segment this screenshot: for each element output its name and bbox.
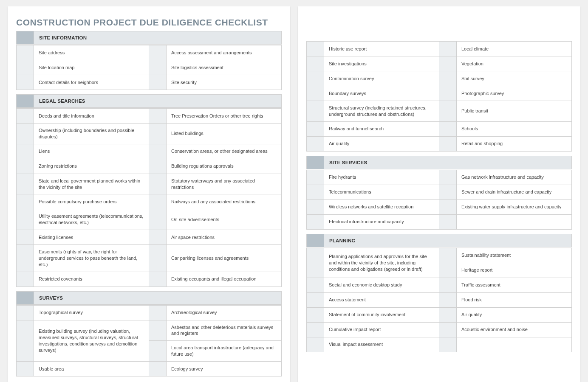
- checklist-label: Deeds and title information: [34, 109, 149, 123]
- checkbox-cell[interactable]: [307, 122, 324, 136]
- checkbox-cell[interactable]: [149, 144, 167, 159]
- checkbox-cell[interactable]: [307, 293, 324, 307]
- checkbox-cell[interactable]: [439, 278, 457, 292]
- checkbox-cell[interactable]: [17, 245, 34, 272]
- checkbox-cell[interactable]: [17, 362, 34, 376]
- checkbox-cell[interactable]: [439, 86, 457, 101]
- checklist-cell-left: Site address: [17, 45, 149, 60]
- checkbox-cell[interactable]: [307, 86, 324, 101]
- header-mark: [17, 95, 34, 107]
- checkbox-cell[interactable]: [439, 71, 457, 86]
- checkbox-cell[interactable]: [149, 209, 167, 230]
- checkbox-cell[interactable]: [439, 137, 457, 151]
- checkbox-cell[interactable]: [439, 170, 457, 185]
- checkbox-cell[interactable]: [17, 272, 34, 286]
- checkbox-cell[interactable]: [149, 230, 167, 244]
- checkbox-cell[interactable]: [307, 248, 324, 278]
- checkbox-cell[interactable]: [439, 185, 457, 199]
- checkbox-cell[interactable]: [17, 75, 34, 90]
- checkbox-cell[interactable]: [149, 174, 167, 194]
- section-site-services: SITE SERVICES Fire hydrants Gas network …: [306, 156, 572, 230]
- checkbox-cell[interactable]: [439, 101, 457, 121]
- checkbox-cell[interactable]: [307, 71, 324, 86]
- checkbox-cell[interactable]: [307, 215, 324, 229]
- checkbox-cell[interactable]: [17, 159, 34, 174]
- checkbox-cell[interactable]: [307, 170, 324, 185]
- checkbox-cell[interactable]: [307, 200, 324, 214]
- checkbox-cell[interactable]: [17, 45, 34, 60]
- checkbox-cell[interactable]: [149, 362, 167, 376]
- checklist-cell-right: On-site advertisements: [149, 209, 281, 230]
- checklist-label: Photographic survey: [457, 86, 571, 101]
- checklist-cell-left: Zoning restrictions: [17, 159, 149, 174]
- checkbox-cell[interactable]: [17, 209, 34, 230]
- checkbox-cell[interactable]: [439, 122, 457, 136]
- checkbox-cell[interactable]: [149, 60, 167, 75]
- checkbox-cell[interactable]: [149, 124, 167, 144]
- checkbox-cell[interactable]: [17, 306, 34, 320]
- checklist-cell-right: Traffic assessment: [439, 278, 571, 292]
- checklist-row: Zoning restrictions Building regulations…: [16, 159, 282, 174]
- checkbox-cell[interactable]: [307, 56, 324, 71]
- checklist-cell-left: Site investigations: [307, 56, 439, 71]
- checkbox-cell[interactable]: [17, 124, 34, 144]
- checklist-label: Soil survey: [457, 71, 571, 86]
- checkbox-cell[interactable]: [149, 272, 167, 286]
- checkbox-cell[interactable]: [439, 323, 457, 337]
- checkbox-cell[interactable]: [439, 337, 457, 352]
- checklist-cell-left: Deeds and title information: [17, 109, 149, 123]
- checkbox-cell[interactable]: [17, 109, 34, 123]
- checkbox-cell[interactable]: [149, 75, 167, 90]
- checklist-row: Possible compulsory purchase orders Rail…: [16, 194, 282, 209]
- checklist-label: Existing licenses: [34, 230, 149, 244]
- checkbox-cell[interactable]: [149, 306, 167, 320]
- checklist-row: Site address Access assessment and arran…: [16, 45, 282, 60]
- checkbox-cell[interactable]: [17, 144, 34, 159]
- checkbox-cell[interactable]: [439, 215, 457, 229]
- checkbox-cell[interactable]: [17, 194, 34, 209]
- checklist-label: Site logistics assessment: [167, 60, 281, 75]
- checklist-label: Access assessment and arrangements: [167, 45, 281, 60]
- checklist-label: Possible compulsory purchase orders: [34, 194, 149, 209]
- checklist-cell-left: Boundary surveys: [307, 86, 439, 101]
- checkbox-cell[interactable]: [439, 248, 457, 263]
- header-mark: [307, 156, 324, 169]
- checkbox-cell[interactable]: [307, 323, 324, 337]
- checkbox-cell[interactable]: [149, 45, 167, 60]
- checklist-label: Tree Preservation Orders or other tree r…: [167, 109, 281, 123]
- checkbox-cell[interactable]: [439, 308, 457, 322]
- checklist-row: Statement of community involvement Air q…: [306, 308, 572, 323]
- checkbox-cell[interactable]: [307, 308, 324, 322]
- checkbox-cell[interactable]: [17, 60, 34, 75]
- section-header: SITE INFORMATION: [16, 31, 282, 45]
- checkbox-cell[interactable]: [439, 200, 457, 214]
- checkbox-cell[interactable]: [307, 42, 324, 56]
- checkbox-cell[interactable]: [307, 278, 324, 292]
- checkbox-cell[interactable]: [17, 230, 34, 244]
- checkbox-cell[interactable]: [439, 56, 457, 71]
- checkbox-cell[interactable]: [307, 101, 324, 121]
- checkbox-cell[interactable]: [17, 174, 34, 194]
- checkbox-cell[interactable]: [307, 185, 324, 199]
- checklist-cell-left: Contact details for neighbors: [17, 75, 149, 90]
- checkbox-cell[interactable]: [149, 109, 167, 123]
- checkbox-cell[interactable]: [307, 137, 324, 151]
- checkbox-cell[interactable]: [439, 293, 457, 307]
- checkbox-cell[interactable]: [439, 263, 457, 278]
- checkbox-cell[interactable]: [149, 245, 167, 272]
- checkbox-cell[interactable]: [307, 337, 324, 352]
- checklist-cell-right-stack: Asbestos and other deleterious materials…: [149, 320, 281, 361]
- checklist-cell-left: Restricted covenants: [17, 272, 149, 286]
- checkbox-cell[interactable]: [439, 42, 457, 56]
- checklist-label: Sustainability statement: [457, 248, 571, 263]
- checkbox-cell[interactable]: [149, 194, 167, 209]
- checklist-label: Conservation areas, or other designated …: [167, 144, 281, 159]
- checklist-label: Car parking licenses and agreements: [167, 245, 281, 272]
- checkbox-cell[interactable]: [149, 320, 167, 341]
- checkbox-cell[interactable]: [149, 341, 167, 361]
- checklist-cell-right: Conservation areas, or other designated …: [149, 144, 281, 159]
- checklist-cell-right: Railways and any associated restrictions: [149, 194, 281, 209]
- checkbox-cell[interactable]: [149, 159, 167, 174]
- checkbox-cell[interactable]: [17, 320, 34, 361]
- checklist-cell-right: Acoustic environment and noise: [439, 323, 571, 337]
